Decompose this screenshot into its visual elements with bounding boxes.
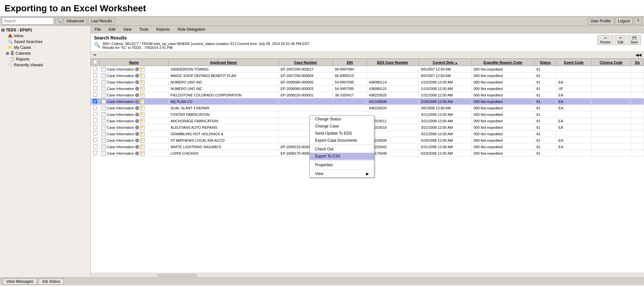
doc-icon-2[interactable]: 📁 (140, 151, 145, 156)
edit-button[interactable]: ✏ Edit (615, 35, 626, 45)
doc-icon[interactable]: 📄 (101, 86, 106, 91)
last-results-button[interactable]: Last Results (88, 17, 115, 25)
info-icon[interactable]: i (135, 151, 139, 155)
doc-icon[interactable]: 📄 (101, 93, 106, 97)
results-table-container[interactable]: Name Applicant Name Case Number EIN EDS … (91, 59, 644, 273)
info-icon[interactable]: i (135, 106, 139, 110)
menu-reports[interactable]: Reports (155, 27, 171, 32)
row-checkbox[interactable] (93, 99, 97, 103)
ctx-change-status[interactable]: Change Status (310, 116, 374, 123)
view-messages-button[interactable]: View Messages (3, 278, 37, 285)
info-icon[interactable]: i (135, 119, 139, 123)
sidebar-item-reports[interactable]: 📋 Reports (0, 56, 90, 62)
search-input[interactable] (2, 17, 54, 25)
info-icon[interactable]: i (135, 80, 139, 84)
col-expedite[interactable]: Expedite Reason Code (472, 59, 534, 66)
row-checkbox[interactable] (93, 125, 97, 129)
doc-icon-2[interactable]: 📁 (140, 93, 145, 97)
doc-icon-2[interactable]: 📁 (140, 73, 145, 78)
col-da[interactable]: Da (631, 59, 644, 66)
sidebar-root[interactable]: ⊟ TEDS : EPSP1 (0, 27, 90, 33)
row-checkbox[interactable] (93, 93, 97, 97)
case-name-link[interactable]: Case Information (107, 67, 134, 71)
save-button[interactable]: 💾 Save (627, 35, 641, 45)
doc-icon[interactable]: 📄 (101, 99, 106, 104)
col-case-number[interactable]: Case Number (278, 59, 333, 66)
search-icon-button[interactable]: 🔍 (55, 17, 62, 25)
doc-icon-2[interactable]: 📁 (140, 86, 145, 91)
col-closing[interactable]: Closing Code (591, 59, 631, 66)
info-icon[interactable]: i (135, 100, 139, 104)
ctx-view[interactable]: View ▶ (310, 170, 374, 177)
doc-icon-2[interactable]: 📁 (140, 138, 145, 143)
doc-icon[interactable]: 📄 (101, 119, 106, 123)
menu-role-delegation[interactable]: Role Delegation (176, 27, 206, 32)
doc-icon[interactable]: 📄 (101, 80, 106, 84)
ctx-export-csv[interactable]: Export To CSV (310, 153, 374, 160)
info-icon[interactable]: i (135, 132, 139, 136)
scroll-thumb[interactable] (158, 274, 196, 277)
doc-icon[interactable]: 📄 (101, 106, 106, 110)
doc-icon[interactable]: 📄 (101, 145, 106, 149)
row-checkbox[interactable] (93, 144, 97, 149)
case-name-link[interactable]: Case Information (107, 74, 134, 78)
sidebar-item-recently-viewed[interactable]: 🕐 Recently Viewed (0, 62, 90, 68)
col-checkbox[interactable] (91, 59, 100, 66)
case-name-link[interactable]: Case Information (107, 126, 134, 129)
info-icon[interactable]: i (135, 87, 139, 91)
case-name-link[interactable]: Case Information (107, 119, 134, 123)
case-name-link[interactable]: Case Information (107, 80, 134, 84)
edit-pencil-icon[interactable]: ✏ (93, 53, 97, 57)
doc-icon-2[interactable]: 📁 (140, 112, 145, 117)
row-checkbox[interactable] (93, 73, 97, 77)
table-row[interactable]: 📄 Case Information i 📁 MAGIC SHOP DEFINE… (91, 72, 644, 79)
sidebar-item-cabinets[interactable]: ⊞ 🗄 Cabinets (0, 50, 90, 56)
ctx-change-case[interactable]: Change Case (310, 123, 374, 130)
user-profile-button[interactable]: User Profile (588, 17, 614, 25)
doc-icon[interactable]: 📄 (101, 132, 106, 136)
sidebar-item-my-cases[interactable]: 📁 My Cases (0, 45, 90, 50)
ctx-check-out[interactable]: Check Out (310, 146, 374, 153)
row-checkbox[interactable] (93, 112, 97, 116)
ctx-export-case-docs[interactable]: Export Case Documents (310, 137, 374, 144)
info-icon[interactable]: i (135, 126, 139, 129)
menu-file[interactable]: File (93, 27, 102, 32)
menu-view[interactable]: View (122, 27, 133, 32)
doc-icon[interactable]: 📄 (101, 151, 106, 156)
col-control-date[interactable]: Control Date (419, 59, 472, 66)
doc-icon-2[interactable]: 📁 (140, 132, 145, 136)
doc-icon-2[interactable]: 📁 (140, 106, 145, 110)
case-name-link[interactable]: Case Information (107, 87, 134, 91)
doc-icon[interactable]: 📄 (101, 125, 106, 130)
menu-tools[interactable]: Tools (138, 27, 150, 32)
case-name-link[interactable]: Case Information (107, 106, 134, 110)
case-name-link[interactable]: Case Information (107, 100, 134, 104)
doc-icon-2[interactable]: 📁 (140, 145, 145, 149)
case-name-link[interactable]: Case Information (107, 93, 134, 97)
row-checkbox[interactable] (93, 138, 97, 142)
table-row[interactable]: 📄 Case Information i 📁 NUMERO UNO INCEP-… (91, 85, 644, 92)
ctx-properties[interactable]: Properties (310, 161, 374, 169)
doc-icon[interactable]: 📄 (101, 67, 106, 72)
sidebar-item-inbox[interactable]: 📥 Inbox (0, 33, 90, 39)
doc-icon[interactable]: 📄 (101, 138, 106, 143)
sidebar-item-saved-searches[interactable]: 🔍 Saved Searches (0, 39, 90, 45)
row-checkbox[interactable] (93, 151, 97, 155)
info-icon[interactable]: i (135, 93, 139, 97)
info-icon[interactable]: i (135, 113, 139, 116)
row-checkbox[interactable] (93, 86, 97, 90)
doc-icon[interactable]: 📄 (101, 73, 106, 78)
ctx-send-update-eds[interactable]: Send Update To EDS (310, 130, 374, 137)
table-row[interactable]: 📄 Case Information i 📁 DUAL SLANT 4 REPA… (91, 105, 644, 111)
help-button[interactable]: ? (634, 17, 642, 25)
restart-button[interactable]: ↩ Restart (597, 35, 614, 45)
menu-edit[interactable]: Edit (107, 27, 117, 32)
col-ein[interactable]: EIN (333, 59, 367, 66)
doc-icon-2[interactable]: 📁 (140, 67, 145, 72)
col-name[interactable]: Name (100, 59, 169, 66)
advanced-button[interactable]: Advanced (64, 17, 87, 25)
col-applicant[interactable]: Applicant Name (169, 59, 278, 66)
case-name-link[interactable]: Case Information (107, 145, 134, 149)
doc-icon-2[interactable]: 📁 (140, 80, 145, 84)
col-event[interactable]: Event Code (556, 59, 591, 66)
